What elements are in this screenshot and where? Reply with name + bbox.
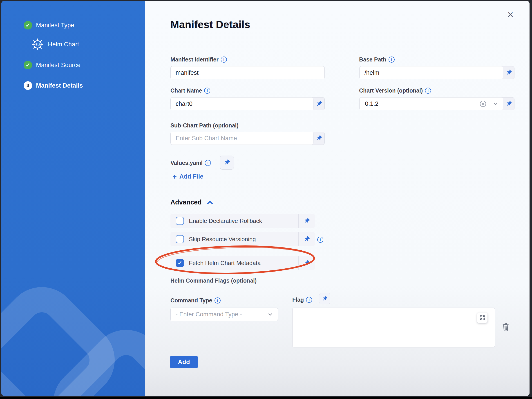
command-type-placeholder: - Enter Command Type - xyxy=(176,311,242,318)
checkbox-label: Fetch Helm Chart Metadata xyxy=(189,260,298,267)
command-type-select[interactable]: - Enter Command Type - xyxy=(171,307,278,321)
base-path-input-group xyxy=(359,66,514,79)
info-icon[interactable]: i xyxy=(221,57,227,63)
chart-version-label: Chart Version (optional) xyxy=(359,87,423,94)
checkbox-label: Enable Declarative Rollback xyxy=(189,217,298,224)
add-file-button[interactable]: + Add File xyxy=(172,173,203,180)
add-button[interactable]: Add xyxy=(170,356,198,368)
expand-icon[interactable] xyxy=(477,313,488,323)
sub-chart-path-label: Sub-Chart Path (optional) xyxy=(171,122,239,129)
step-complete-icon: ✓ xyxy=(24,61,32,69)
step-number-badge: 3 xyxy=(24,81,32,90)
sidebar-step-manifest-source[interactable]: ✓ Manifest Source xyxy=(24,61,81,69)
checkbox-row-enable-declarative-rollback[interactable]: ✓ Enable Declarative Rollback xyxy=(171,214,315,228)
pin-icon[interactable] xyxy=(298,232,315,246)
wizard-sidebar: ✓ Manifest Type HELM Helm Chart xyxy=(1,1,145,396)
harness-logo-watermark xyxy=(1,279,145,396)
manifest-identifier-input[interactable] xyxy=(171,66,325,79)
checkbox[interactable]: ✓ xyxy=(176,259,184,267)
screen-backdrop: ✓ Manifest Type HELM Helm Chart xyxy=(0,0,532,399)
checkbox[interactable]: ✓ xyxy=(176,235,184,243)
sidebar-step-helm-chart[interactable]: HELM Helm Chart xyxy=(32,39,79,50)
flag-textarea[interactable] xyxy=(292,307,495,347)
base-path-input[interactable] xyxy=(360,66,503,79)
checkbox[interactable]: ✓ xyxy=(176,217,184,225)
helm-wheel-icon: HELM xyxy=(32,39,43,50)
checkbox-label: Skip Resource Versioning xyxy=(189,236,298,243)
helm-command-flags-title: Helm Command Flags (optional) xyxy=(171,277,257,284)
chart-version-input[interactable] xyxy=(364,100,479,108)
command-type-label: Command Type xyxy=(171,297,212,304)
chevron-down-icon xyxy=(267,311,273,317)
manifest-details-panel: ✕ Manifest Details Manifest Identifier i… xyxy=(145,1,530,396)
page-title: Manifest Details xyxy=(171,19,250,31)
clear-icon[interactable] xyxy=(479,100,487,108)
sidebar-step-manifest-details[interactable]: 3 Manifest Details xyxy=(24,81,83,90)
plus-icon: + xyxy=(172,173,177,180)
close-icon[interactable]: ✕ xyxy=(507,11,514,19)
advanced-section-title: Advanced xyxy=(171,199,202,206)
flag-pin-button[interactable] xyxy=(319,293,330,304)
manifest-identifier-label: Manifest Identifier xyxy=(171,56,219,63)
info-icon[interactable]: i xyxy=(204,88,210,94)
sub-chart-path-input-group xyxy=(171,132,325,145)
checkbox-row-fetch-helm-chart-metadata[interactable]: ✓ Fetch Helm Chart Metadata xyxy=(171,256,315,270)
sub-chart-path-input[interactable] xyxy=(171,132,313,144)
chevron-up-icon[interactable] xyxy=(207,200,213,205)
step-label: Helm Chart xyxy=(48,41,79,48)
pin-icon[interactable] xyxy=(313,132,324,144)
info-icon[interactable]: i xyxy=(205,160,211,166)
step-label: Manifest Details xyxy=(36,82,83,89)
flag-label: Flag xyxy=(292,297,304,303)
values-yaml-label: Values.yaml xyxy=(171,160,203,166)
chart-name-input[interactable] xyxy=(171,98,313,110)
pin-icon[interactable] xyxy=(313,98,324,110)
info-icon[interactable]: i xyxy=(389,57,395,63)
info-icon[interactable]: i xyxy=(306,297,312,303)
step-complete-icon: ✓ xyxy=(24,21,32,29)
sidebar-step-manifest-type[interactable]: ✓ Manifest Type xyxy=(24,21,74,29)
svg-text:HELM: HELM xyxy=(33,43,42,46)
step-label: Manifest Type xyxy=(36,22,74,29)
manifest-wizard-dialog: ✓ Manifest Type HELM Helm Chart xyxy=(1,1,530,396)
chevron-down-icon[interactable] xyxy=(493,101,499,107)
step-label: Manifest Source xyxy=(36,62,81,69)
info-icon[interactable]: i xyxy=(425,88,431,94)
checkbox-row-skip-resource-versioning[interactable]: ✓ Skip Resource Versioning xyxy=(171,232,315,246)
base-path-label: Base Path xyxy=(359,56,386,63)
info-icon[interactable]: i xyxy=(317,237,323,243)
pin-icon[interactable] xyxy=(298,256,315,270)
values-yaml-pin-button[interactable] xyxy=(220,156,234,170)
chart-version-input-group xyxy=(359,97,514,110)
pin-icon[interactable] xyxy=(503,66,514,79)
chart-name-label: Chart Name xyxy=(171,87,202,94)
info-icon[interactable]: i xyxy=(215,297,221,304)
trash-icon[interactable] xyxy=(502,322,510,331)
chart-name-input-group xyxy=(171,97,325,110)
pin-icon[interactable] xyxy=(503,98,514,110)
pin-icon[interactable] xyxy=(298,214,315,228)
